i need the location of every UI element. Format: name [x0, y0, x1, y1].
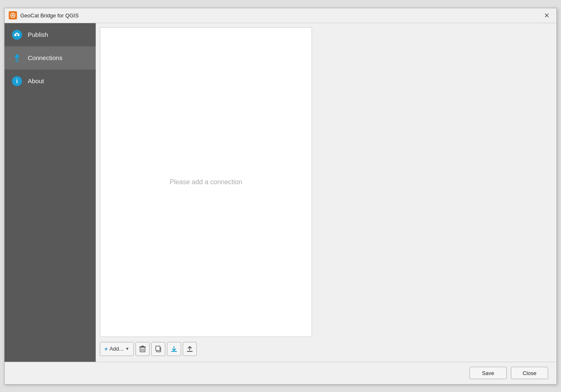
svg-rect-6 [16, 54, 18, 58]
publish-icon [11, 29, 23, 41]
empty-message: Please add a connection [169, 178, 242, 186]
sidebar-item-connections-label: Connections [28, 54, 62, 61]
svg-rect-7 [15, 56, 16, 58]
save-button[interactable]: Save [469, 367, 507, 379]
toolbar-bottom: + Add... ▼ [100, 340, 312, 358]
sidebar-item-publish-label: Publish [28, 31, 48, 38]
sidebar-item-publish[interactable]: Publish [5, 23, 96, 46]
download-button[interactable] [167, 342, 181, 356]
title-bar: GeoCat Bridge for QGIS ✕ [5, 8, 556, 23]
sidebar-item-connections[interactable]: Connections [5, 46, 96, 70]
app-icon [9, 11, 17, 19]
bottom-bar: Save Close [5, 362, 556, 384]
upload-icon [186, 345, 193, 353]
add-dropdown-arrow-icon: ▼ [125, 346, 129, 351]
sidebar-item-about-label: About [28, 77, 44, 84]
download-icon [170, 345, 178, 353]
close-window-button[interactable]: ✕ [541, 10, 552, 21]
connections-panel: Please add a connection [100, 27, 312, 337]
delete-icon [139, 345, 146, 353]
delete-button[interactable] [135, 342, 150, 356]
duplicate-button[interactable] [151, 342, 165, 356]
window-title: GeoCat Bridge for QGIS [20, 12, 541, 19]
svg-rect-15 [141, 346, 144, 346]
svg-rect-10 [17, 59, 17, 60]
add-button-label: Add... [109, 346, 123, 352]
svg-rect-14 [139, 346, 146, 347]
connections-icon [11, 52, 23, 64]
close-button[interactable]: Close [511, 367, 548, 379]
app-window: GeoCat Bridge for QGIS ✕ Publish [4, 8, 557, 385]
main-area: Publish [5, 23, 556, 362]
sidebar: Publish [5, 23, 96, 362]
upload-button[interactable] [183, 342, 197, 356]
content-area: Please add a connection + Add... ▼ [96, 23, 316, 362]
copy-icon [155, 345, 162, 353]
svg-rect-20 [156, 346, 160, 351]
svg-rect-8 [18, 56, 19, 58]
right-panel [316, 23, 556, 362]
svg-rect-9 [16, 58, 18, 59]
add-button[interactable]: + Add... ▼ [100, 342, 134, 356]
sidebar-item-about[interactable]: i About [5, 70, 96, 93]
svg-text:i: i [16, 78, 18, 84]
svg-point-3 [12, 14, 14, 16]
add-icon: + [104, 346, 108, 352]
about-icon: i [11, 75, 23, 87]
